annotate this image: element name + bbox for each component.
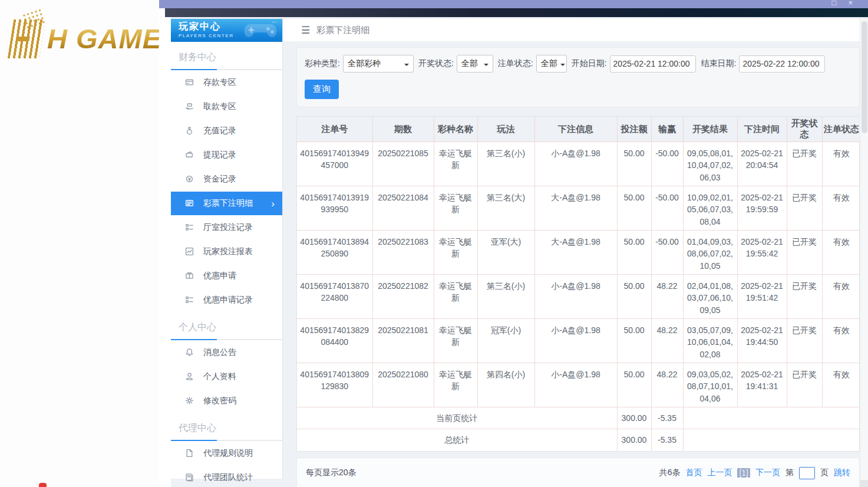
table-cell: 已开奖 (787, 231, 822, 275)
promo-record-icon (185, 295, 194, 305)
bell-icon (185, 348, 194, 357)
bet-status-select[interactable]: 全部 (536, 55, 567, 73)
promo-gift-icon (185, 271, 194, 281)
table-row: 40156917401394945700020250221085幸运飞艇新第三名… (297, 142, 860, 186)
sidebar-item-label: 个人资料 (203, 371, 236, 382)
top-dark-strip (165, 8, 868, 17)
column-header: 下注时间 (737, 117, 787, 142)
table-cell: 小-A盘@1.98 (534, 275, 617, 319)
select-caret-icon (560, 64, 565, 68)
sidebar-item-label: 取款专区 (203, 101, 236, 112)
table-cell: 401569174013829084400 (297, 319, 372, 363)
start-date-input[interactable] (610, 55, 696, 73)
summary-label: 当前页统计 (297, 407, 617, 429)
table-cell: -50.00 (651, 186, 683, 231)
table-row: 40156917401380912983020250221080幸运飞艇新第四名… (297, 363, 860, 407)
section-title: 财务中心 (171, 42, 282, 69)
table-cell: 48.22 (651, 363, 683, 407)
sidebar-item[interactable]: 厅室投注记录 (171, 216, 282, 239)
scrollbar[interactable] (860, 19, 868, 487)
first-page-link[interactable]: 首页 (685, 468, 702, 478)
sidebar-item[interactable]: 代理团队统计 (171, 466, 282, 487)
hh-game-logo: H GAME (7, 9, 159, 62)
bets-table: 注单号期数彩种名称玩法下注信息投注额输赢开奖结果下注时间开奖状态注单状态4015… (297, 117, 860, 451)
table-row: 40156917401391993995020250221084幸运飞艇新第三名… (297, 186, 860, 231)
table-cell: 20250221083 (372, 231, 434, 275)
user-icon (185, 372, 194, 381)
table-cell: 48.22 (651, 319, 683, 363)
menu-toggle-icon[interactable]: ☰ (301, 24, 310, 37)
page-jump-input[interactable] (799, 467, 815, 479)
table-cell: 20250221085 (372, 142, 434, 186)
sidebar-item[interactable]: 个人资料 (171, 365, 282, 389)
table-cell: 已开奖 (787, 186, 822, 231)
column-header: 彩种名称 (434, 117, 477, 142)
sidebar-item[interactable]: 提现记录 (171, 143, 282, 167)
prev-page-link[interactable]: 上一页 (707, 468, 732, 478)
red-marker (39, 483, 47, 487)
close-icon[interactable]: × (848, 0, 853, 6)
sidebar-item[interactable]: 彩票下注明细› (171, 192, 282, 215)
table-cell: 幸运飞艇新 (434, 231, 477, 275)
deposit-card-icon (185, 78, 194, 87)
start-date-label: 开始日期: (572, 58, 607, 69)
sidebar-item[interactable]: 优惠申请 (171, 264, 282, 288)
table-cell: 401569174013894250890 (297, 231, 372, 275)
team-stats-icon (185, 473, 194, 482)
table-cell: 幸运飞艇新 (434, 142, 477, 186)
column-header: 期数 (372, 117, 434, 142)
sidebar-header: 玩家中心 PLAYERS CENTER (171, 19, 282, 42)
table-cell: 有效 (822, 275, 860, 319)
sidebar-item[interactable]: 资金记录 (171, 167, 282, 191)
section-divider (171, 339, 282, 340)
end-date-input[interactable] (739, 55, 825, 73)
gamepad-icon (241, 19, 280, 42)
app-window: 玩家中心 PLAYERS CENTER 财务中心存款专区取款专区充值记录提现记录… (165, 17, 868, 487)
sidebar-item[interactable]: 修改密码 (171, 389, 282, 413)
summary-filler (683, 407, 860, 429)
table-cell: 401569174013870224800 (297, 275, 372, 319)
sidebar-item-label: 优惠申请记录 (203, 295, 253, 305)
table-cell: 第三名(小) (477, 275, 534, 319)
select-caret-icon (484, 64, 489, 68)
table-cell: 有效 (822, 142, 860, 186)
select-caret-icon (404, 64, 409, 68)
table-cell: 已开奖 (787, 319, 822, 363)
background-page: H GAME (0, 0, 159, 487)
jump-link[interactable]: 跳转 (834, 468, 850, 478)
maximize-icon[interactable]: □ (832, 0, 837, 6)
table-cell: 小-A盘@1.98 (534, 319, 617, 363)
table-cell: 有效 (822, 186, 860, 231)
column-header: 玩法 (477, 117, 534, 142)
sidebar-item[interactable]: 玩家投注报表 (171, 240, 282, 264)
table-cell: 401569174013919939950 (297, 186, 372, 231)
sidebar-item-label: 优惠申请 (203, 271, 236, 281)
table-cell: 50.00 (617, 231, 651, 275)
table-cell: 2025-02-21 19:55:42 (737, 231, 787, 275)
sidebar-item[interactable]: 充值记录 (171, 119, 282, 143)
table-cell: 09,05,08,01,10,04,07,02,06,03 (683, 142, 737, 186)
table-cell: 第三名(大) (477, 186, 534, 231)
table-row: 40156917401387022480020250221082幸运飞艇新第三名… (297, 275, 860, 319)
sidebar-item[interactable]: 代理规则说明 (171, 442, 282, 465)
lottery-type-select[interactable]: 全部彩种 (343, 55, 414, 73)
table-cell: 有效 (822, 231, 860, 275)
sidebar-item[interactable]: 优惠申请记录 (171, 288, 282, 312)
sidebar-item-label: 修改密码 (203, 396, 236, 406)
wallet-icon (185, 150, 194, 160)
draw-status-select[interactable]: 全部 (457, 55, 493, 73)
query-button[interactable]: 查询 (305, 80, 339, 99)
table-cell: 小-A盘@1.98 (534, 142, 617, 186)
scrollbar-thumb[interactable] (862, 21, 867, 133)
sidebar-item[interactable]: 消息公告 (171, 341, 282, 364)
sidebar-item[interactable]: 存款专区 (171, 71, 282, 94)
gear-icon (185, 396, 194, 406)
section-divider (171, 440, 282, 441)
column-header: 输赢 (651, 117, 683, 142)
sidebar-item[interactable]: 取款专区 (171, 95, 282, 119)
next-page-link[interactable]: 下一页 (755, 468, 780, 478)
section-title: 代理中心 (171, 413, 282, 440)
table-cell: 09,03,05,02,08,07,10,01,04,06 (683, 363, 737, 407)
column-header: 注单状态 (822, 117, 860, 142)
page-size-label: 每页显示20条 (306, 468, 357, 478)
